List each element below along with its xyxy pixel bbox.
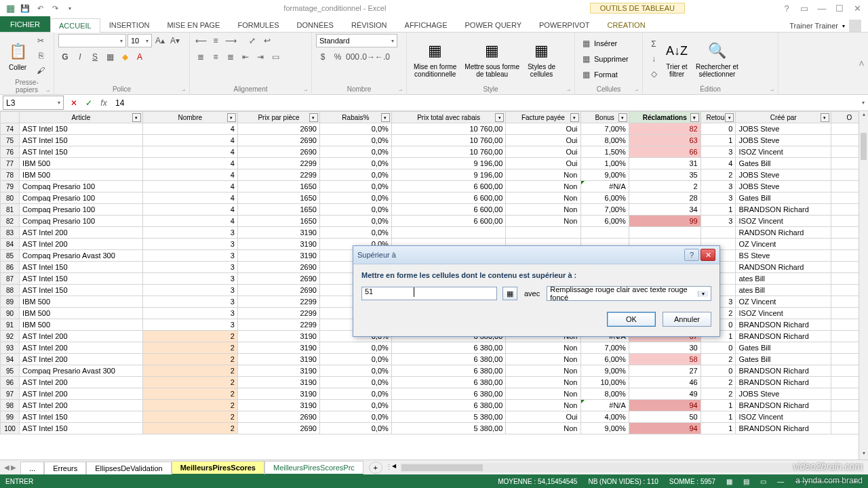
cell[interactable]: 6 600,00 (391, 192, 506, 204)
cell[interactable]: 5 380,00 (391, 423, 506, 434)
cell[interactable]: 30 (629, 342, 701, 354)
cell[interactable]: 9 196,00 (391, 169, 506, 181)
cell[interactable]: 94 (629, 423, 701, 434)
cell[interactable]: 6 380,00 (391, 354, 506, 365)
filter-dropdown-icon[interactable]: ▾ (618, 113, 627, 122)
cell[interactable]: AST Intel 200 (20, 400, 142, 411)
cell[interactable]: 63 (629, 135, 701, 146)
filter-dropdown-icon[interactable]: ▾ (725, 113, 734, 122)
row-header[interactable]: 87 (1, 273, 20, 285)
cell[interactable]: BRANDSON Richard (736, 204, 831, 216)
cell[interactable]: RANDSON Richard (736, 227, 831, 239)
column-header[interactable]: Facture payée▾ (506, 112, 580, 123)
cell[interactable]: 1 (701, 135, 736, 146)
row-header[interactable]: 74 (1, 123, 20, 135)
cell[interactable]: 7,00% (580, 342, 629, 354)
cell[interactable]: 0,0% (319, 135, 391, 146)
format-as-table-button[interactable]: ▦Mettre sous forme de tableau (462, 39, 522, 79)
table-row[interactable]: 78IBM 500422990,0%9 196,00Non9,00%352JOB… (1, 169, 868, 181)
cell[interactable]: IBM 500 (20, 308, 142, 319)
cell[interactable]: 4 (142, 123, 237, 135)
cell[interactable]: 9 196,00 (391, 158, 506, 169)
cell[interactable]: 2 (142, 354, 237, 365)
cell[interactable]: 2299 (237, 169, 319, 181)
tab-creation[interactable]: CRÉATION (599, 18, 654, 32)
cell[interactable]: Non (506, 423, 580, 434)
cell[interactable]: #N/A (580, 181, 629, 192)
threshold-input[interactable]: 51 (361, 287, 497, 300)
range-picker-icon[interactable]: ▦ (502, 287, 517, 300)
dialog-close-icon[interactable]: ✕ (701, 249, 715, 261)
cell[interactable]: 2690 (237, 262, 319, 273)
avatar[interactable] (849, 20, 861, 32)
clear-icon[interactable]: ◇ (647, 67, 660, 81)
cell[interactable]: AST Intel 150 (20, 273, 142, 285)
minimize-icon[interactable]: — (815, 3, 829, 14)
cell[interactable]: 2690 (237, 273, 319, 285)
cell[interactable]: 1,00% (580, 158, 629, 169)
cell[interactable]: 0,0% (319, 411, 391, 423)
cell[interactable]: Compaq Presario 100 (20, 181, 142, 192)
cell[interactable]: Non (506, 204, 580, 216)
cell[interactable]: 0,0% (319, 181, 391, 192)
cell[interactable]: 6 380,00 (391, 377, 506, 388)
filter-dropdown-icon[interactable]: ▾ (381, 113, 390, 122)
cell[interactable]: 0,0% (319, 158, 391, 169)
table-row[interactable]: 83AST Intel 200331900,0%RANDSON Richard (1, 227, 868, 239)
cell[interactable]: AST Intel 200 (20, 377, 142, 388)
cell[interactable]: 2690 (237, 411, 319, 423)
cell[interactable]: 4 (142, 216, 237, 227)
cell[interactable] (580, 227, 629, 239)
undo-icon[interactable]: ↶ (34, 2, 46, 14)
table-row[interactable]: 96AST Intel 200231900,0%6 380,00Non10,00… (1, 377, 868, 388)
cell[interactable]: 4 (701, 158, 736, 169)
cell[interactable]: 3 (142, 285, 237, 296)
column-header[interactable]: Rabais%▾ (319, 112, 391, 123)
cell[interactable]: Gates Bill (736, 192, 831, 204)
cell[interactable]: 3190 (237, 250, 319, 262)
filter-dropdown-icon[interactable]: ▾ (690, 113, 699, 122)
cell[interactable]: BRANDSON Richard (736, 331, 831, 342)
cell[interactable]: 6 600,00 (391, 216, 506, 227)
scroll-thumb[interactable] (861, 133, 867, 160)
row-header[interactable]: 85 (1, 250, 20, 262)
table-row[interactable]: 95Compaq Presario Avast 300231900,0%6 38… (1, 365, 868, 377)
cell[interactable] (629, 227, 701, 239)
cell[interactable]: AST Intel 150 (20, 423, 142, 434)
cell[interactable]: 3190 (237, 239, 319, 250)
orientation-icon[interactable]: ⤢ (245, 34, 259, 47)
format-select[interactable]: Remplissage rouge clair avec texte rouge… (547, 286, 711, 301)
cell[interactable]: 3 (701, 181, 736, 192)
column-header[interactable]: Bonus▾ (580, 112, 629, 123)
cell[interactable]: JOBS Steve (736, 135, 831, 146)
cell[interactable]: 6 380,00 (391, 400, 506, 411)
name-box[interactable]: L3▾ (3, 96, 64, 110)
cell[interactable]: IBM 500 (20, 296, 142, 308)
cell[interactable]: 2 (142, 331, 237, 342)
cell[interactable]: 3 (142, 273, 237, 285)
inc-decimal-icon[interactable]: .0→ (361, 50, 374, 64)
filter-dropdown-icon[interactable]: ▾ (309, 113, 318, 122)
cell[interactable]: 2 (142, 411, 237, 423)
find-select-button[interactable]: 🔍Rechercher et sélectionner (693, 39, 741, 79)
collapse-ribbon-icon[interactable]: ᐱ (859, 60, 864, 67)
align-bottom-icon[interactable]: ⟶ (224, 34, 237, 47)
cell[interactable]: 58 (629, 354, 701, 365)
zoom-in-icon[interactable]: + (853, 478, 857, 485)
cell[interactable]: 4 (142, 169, 237, 181)
cell[interactable]: Compaq Presario 100 (20, 192, 142, 204)
cell[interactable]: 10 760,00 (391, 135, 506, 146)
cell[interactable]: Gates Bill (736, 354, 831, 365)
cell[interactable]: 2 (142, 377, 237, 388)
row-header[interactable]: 94 (1, 354, 20, 365)
cell[interactable]: 4 (142, 204, 237, 216)
sheet-tab-meilleurs-prc[interactable]: MeilleursPiresScoresPrc (264, 461, 363, 475)
cell[interactable]: 0,0% (319, 365, 391, 377)
sheet-nav-prev-icon[interactable]: ◀ (4, 464, 9, 471)
tab-power-query[interactable]: POWER QUERY (456, 18, 531, 32)
cell[interactable]: 3 (701, 146, 736, 158)
cell[interactable]: 3190 (237, 354, 319, 365)
cell[interactable]: 49 (629, 388, 701, 400)
table-row[interactable]: 75AST Intel 150426900,0%10 760,00Oui8,00… (1, 135, 868, 146)
tab-accueil[interactable]: ACCUEIL (50, 18, 100, 33)
